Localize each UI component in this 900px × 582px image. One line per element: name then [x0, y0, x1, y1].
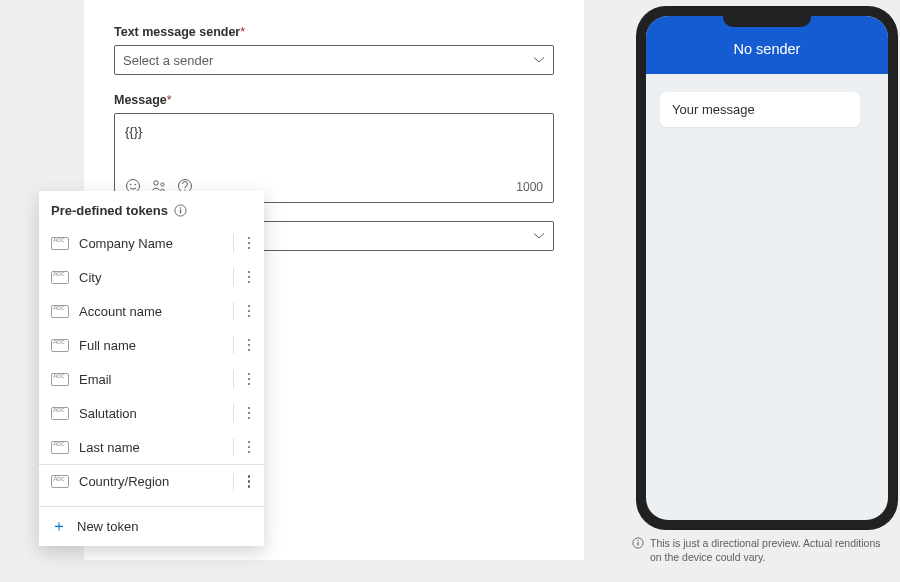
svg-rect-9 [180, 210, 181, 214]
more-options-icon[interactable] [240, 504, 258, 506]
chevron-down-icon [533, 230, 545, 242]
text-field-icon [51, 271, 69, 284]
sender-label: Text message sender* [114, 25, 554, 39]
message-bubble: Your message [660, 92, 860, 127]
token-row[interactable]: City [39, 260, 264, 294]
tokens-panel-title: Pre-defined tokens [39, 191, 264, 226]
phone-preview-frame: No sender Your message [636, 6, 898, 530]
svg-point-3 [154, 181, 158, 185]
svg-point-1 [130, 184, 132, 186]
token-row[interactable]: Full name [39, 328, 264, 362]
more-options-icon[interactable] [240, 300, 258, 322]
char-counter: 1000 [516, 180, 543, 194]
more-options-icon[interactable] [240, 471, 258, 493]
token-row[interactable]: Country/Region [39, 464, 264, 498]
text-field-icon [51, 441, 69, 454]
token-row[interactable]: Email [39, 362, 264, 396]
text-field-icon [51, 407, 69, 420]
token-row[interactable]: Last name [39, 430, 264, 464]
text-field-icon [51, 305, 69, 318]
message-input[interactable]: {{}} 1000 [114, 113, 554, 203]
text-field-icon [51, 475, 69, 488]
token-label: Last name [79, 440, 227, 455]
text-field-icon [51, 237, 69, 250]
svg-point-8 [180, 207, 181, 208]
token-row[interactable]: First name [39, 498, 264, 506]
svg-point-4 [161, 183, 164, 186]
message-content: {{}} [125, 124, 142, 139]
message-label: Message* [114, 93, 554, 107]
info-icon[interactable] [174, 204, 187, 217]
new-token-button[interactable]: ＋ New token [39, 506, 264, 546]
more-options-icon[interactable] [240, 266, 258, 288]
more-options-icon[interactable] [240, 368, 258, 390]
token-label: Full name [79, 338, 227, 353]
sender-select[interactable]: Select a sender [114, 45, 554, 75]
plus-icon: ＋ [51, 516, 67, 537]
phone-header: No sender [646, 16, 888, 74]
token-label: Country/Region [79, 474, 227, 489]
token-label: Account name [79, 304, 227, 319]
token-label: Company Name [79, 236, 227, 251]
token-label: Salutation [79, 406, 227, 421]
svg-point-2 [135, 184, 137, 186]
text-field-icon [51, 373, 69, 386]
more-options-icon[interactable] [240, 436, 258, 458]
token-label: Email [79, 372, 227, 387]
chat-body: Your message [646, 74, 888, 145]
tokens-panel: Pre-defined tokens Company NameCityAccou… [39, 191, 264, 546]
token-row[interactable]: Salutation [39, 396, 264, 430]
info-icon [632, 537, 644, 549]
token-row[interactable]: Company Name [39, 226, 264, 260]
more-options-icon[interactable] [240, 402, 258, 424]
tokens-list[interactable]: Company NameCityAccount nameFull nameEma… [39, 226, 264, 506]
svg-point-11 [637, 540, 638, 541]
token-row[interactable]: Account name [39, 294, 264, 328]
more-options-icon[interactable] [240, 232, 258, 254]
sender-placeholder: Select a sender [123, 53, 213, 68]
svg-rect-12 [637, 542, 638, 545]
phone-screen: No sender Your message [646, 16, 888, 520]
chevron-down-icon [533, 54, 545, 66]
more-options-icon[interactable] [240, 334, 258, 356]
text-field-icon [51, 339, 69, 352]
preview-disclaimer: This is just a directional preview. Actu… [632, 536, 882, 564]
token-label: City [79, 270, 227, 285]
